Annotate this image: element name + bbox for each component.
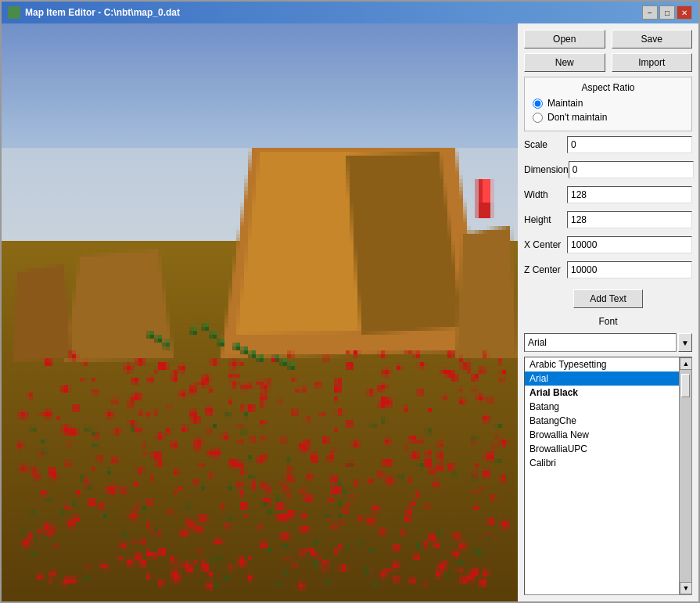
- map-canvas: [2, 23, 518, 601]
- maintain-radio-row: Maintain: [533, 98, 684, 109]
- add-text-button[interactable]: Add Text: [573, 289, 642, 308]
- scale-input[interactable]: [567, 136, 692, 153]
- dimension-label: Dimension: [524, 164, 569, 175]
- height-label: Height: [524, 214, 567, 225]
- dimension-input[interactable]: [569, 161, 694, 178]
- title-bar: Map Item Editor - C:\nbt\map_0.dat − □ ✕: [2, 2, 698, 23]
- app-icon: [8, 6, 20, 19]
- zcenter-input[interactable]: [567, 261, 692, 278]
- font-list-item[interactable]: Calibri: [525, 456, 679, 470]
- second-button-row: New Import: [524, 53, 692, 72]
- image-panel: [2, 23, 518, 601]
- font-list-item[interactable]: Arial: [525, 371, 679, 386]
- font-list-item[interactable]: BatangChe: [525, 414, 679, 428]
- font-list: Arabic TypesettingArialArial BlackBatang…: [525, 357, 679, 594]
- title-bar-text: Map Item Editor - C:\nbt\map_0.dat: [8, 6, 180, 19]
- scrollbar-down-button[interactable]: ▼: [680, 582, 692, 594]
- width-row: Width: [524, 186, 692, 203]
- open-button[interactable]: Open: [524, 30, 605, 48]
- dimension-row: Dimension: [524, 161, 692, 178]
- font-list-item[interactable]: Browallia New: [525, 428, 679, 442]
- width-input[interactable]: [567, 186, 692, 203]
- zcenter-row: Z Center: [524, 261, 692, 278]
- scrollbar-track: [680, 370, 691, 582]
- dont-maintain-radio-row: Don't maintain: [533, 112, 684, 123]
- scale-row: Scale: [524, 136, 692, 153]
- xcenter-row: X Center: [524, 236, 692, 253]
- import-button[interactable]: Import: [612, 53, 693, 72]
- content-area: Open Save New Import Aspect Ratio Mainta…: [2, 23, 698, 601]
- font-dropdown-button[interactable]: ▼: [678, 333, 692, 352]
- new-button[interactable]: New: [524, 53, 605, 72]
- maximize-button[interactable]: □: [659, 5, 675, 20]
- add-text-row: Add Text: [524, 289, 692, 308]
- scrollbar-up-button[interactable]: ▲: [680, 357, 692, 370]
- height-row: Height: [524, 211, 692, 228]
- window-title: Map Item Editor - C:\nbt\map_0.dat: [25, 7, 180, 18]
- aspect-ratio-title: Aspect Ratio: [533, 82, 684, 93]
- aspect-ratio-group: Aspect Ratio Maintain Don't maintain: [524, 77, 692, 131]
- minimize-button[interactable]: −: [642, 5, 658, 20]
- right-panel: Open Save New Import Aspect Ratio Mainta…: [518, 23, 698, 601]
- chevron-down-icon: ▼: [681, 339, 689, 347]
- top-button-row: Open Save: [524, 30, 692, 48]
- maintain-radio[interactable]: [533, 99, 543, 109]
- xcenter-input[interactable]: [567, 236, 692, 253]
- font-dropdown-row: Arial ▼: [524, 333, 692, 352]
- zcenter-label: Z Center: [524, 264, 567, 275]
- width-label: Width: [524, 189, 567, 200]
- maintain-label: Maintain: [547, 98, 583, 109]
- height-input[interactable]: [567, 211, 692, 228]
- close-button[interactable]: ✕: [677, 5, 692, 20]
- title-bar-controls: − □ ✕: [642, 5, 692, 20]
- font-list-container: Arabic TypesettingArialArial BlackBatang…: [524, 357, 692, 595]
- dont-maintain-label: Don't maintain: [547, 112, 607, 123]
- scrollbar-thumb[interactable]: [681, 374, 690, 397]
- font-scrollbar: ▲ ▼: [679, 357, 691, 594]
- font-label: Font: [524, 316, 692, 327]
- font-list-item[interactable]: Batang: [525, 400, 679, 414]
- font-list-item[interactable]: Arabic Typesetting: [525, 357, 679, 371]
- font-select-display[interactable]: Arial: [524, 333, 677, 352]
- main-window: Map Item Editor - C:\nbt\map_0.dat − □ ✕…: [0, 0, 700, 603]
- save-button[interactable]: Save: [612, 30, 693, 48]
- font-selected-value: Arial: [528, 337, 547, 348]
- scale-label: Scale: [524, 139, 567, 150]
- dont-maintain-radio[interactable]: [533, 113, 543, 123]
- font-list-item[interactable]: Arial Black: [525, 386, 679, 400]
- font-list-item[interactable]: BrowalliaUPC: [525, 442, 679, 456]
- xcenter-label: X Center: [524, 239, 567, 250]
